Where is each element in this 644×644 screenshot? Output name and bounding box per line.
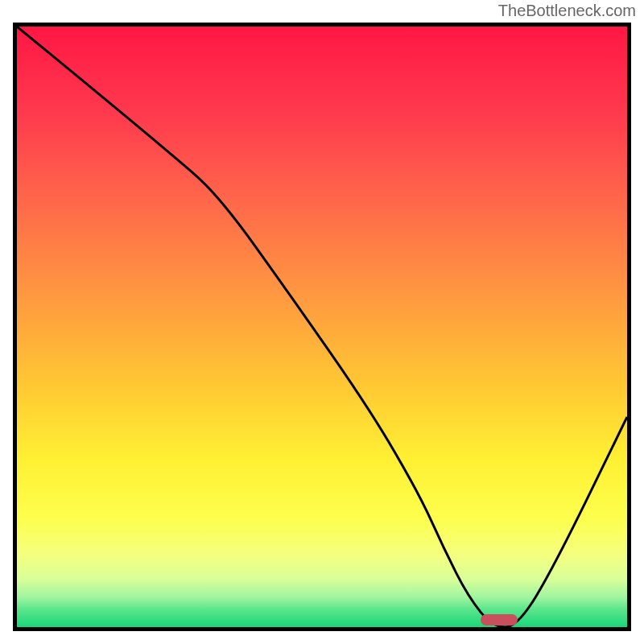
optimal-marker: [481, 614, 517, 625]
chart-frame: [13, 23, 631, 631]
chart-container: TheBottleneck.com: [0, 0, 644, 644]
bottleneck-curve: [17, 27, 627, 627]
watermark-text: TheBottleneck.com: [498, 2, 636, 20]
